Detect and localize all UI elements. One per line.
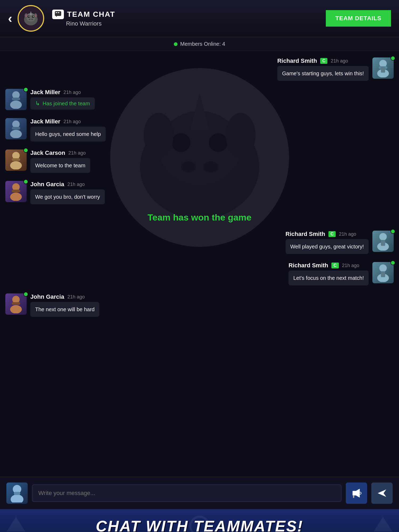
bubble-header: Jack Miller 21h ago xyxy=(30,89,95,96)
message-row: John Garcia 21h ago The next one will be… xyxy=(5,293,394,317)
online-dot xyxy=(23,87,28,92)
avatar xyxy=(372,262,394,283)
svg-point-54 xyxy=(11,494,23,502)
svg-marker-17 xyxy=(56,16,57,17)
avatar-wrap xyxy=(372,57,394,79)
megaphone-icon xyxy=(351,487,362,499)
header: ‹ xyxy=(0,0,399,37)
team-details-button[interactable]: TEAM DETAILS xyxy=(326,10,391,27)
message-row: John Garcia 21h ago We got you bro, don'… xyxy=(5,181,394,204)
svg-point-8 xyxy=(29,19,30,20)
join-icon: ↳ xyxy=(35,100,40,107)
online-dot xyxy=(23,179,28,184)
megaphone-button[interactable] xyxy=(346,483,367,504)
message-row: Richard Smith C 21h ago Game's starting … xyxy=(5,57,394,81)
message-time: 21h ago xyxy=(67,182,85,187)
my-avatar xyxy=(6,483,28,504)
bubble-header: John Garcia 21h ago xyxy=(30,293,99,300)
header-title-wrap: TEAM CHAT Rino Warriors xyxy=(52,10,326,27)
svg-point-38 xyxy=(12,152,20,159)
svg-rect-57 xyxy=(353,491,354,495)
bubble-wrap: Jack Miller 21h ago ↳ Has joined the tea… xyxy=(30,89,95,110)
join-text: Has joined the team xyxy=(43,101,90,107)
svg-rect-40 xyxy=(12,158,20,161)
captain-badge: C xyxy=(331,263,339,268)
message-text: Well played guys, great victory! xyxy=(286,239,369,254)
svg-marker-60 xyxy=(378,489,386,497)
message-text: Game's starting guys, lets win this! xyxy=(277,66,369,81)
team-name: Rino Warriors xyxy=(66,20,326,27)
avatar xyxy=(372,57,394,79)
svg-rect-16 xyxy=(58,12,59,13)
message-text: Hello guys, need some help xyxy=(30,127,106,142)
sender-name: Richard Smith xyxy=(286,231,325,238)
bubble-wrap: John Garcia 21h ago We got you bro, don'… xyxy=(30,181,105,204)
message-row: Jack Miller 21h ago ↳ Has joined the tea… xyxy=(5,89,394,110)
avatar-wrap xyxy=(372,262,394,283)
message-text: Welcome to the team xyxy=(30,158,90,173)
svg-rect-46 xyxy=(381,240,385,246)
avatar xyxy=(5,293,27,315)
bubble-header: Jack Carson 21h ago xyxy=(30,149,90,156)
svg-point-35 xyxy=(12,120,20,128)
sender-name: Jack Carson xyxy=(30,149,65,156)
svg-point-33 xyxy=(10,101,22,109)
svg-rect-31 xyxy=(381,67,385,73)
svg-rect-58 xyxy=(353,495,354,498)
svg-point-39 xyxy=(10,161,22,169)
chat-area: Richard Smith C 21h ago Game's starting … xyxy=(0,51,399,477)
svg-point-50 xyxy=(12,296,20,303)
svg-point-12 xyxy=(25,14,27,17)
svg-point-44 xyxy=(379,233,387,240)
avatar-wrap xyxy=(5,89,27,110)
captain-badge: C xyxy=(328,231,336,237)
captain-badge: C xyxy=(320,58,328,64)
bubble-wrap: Richard Smith C 21h ago Well played guys… xyxy=(286,231,369,254)
bubble-wrap: Richard Smith C 21h ago Game's starting … xyxy=(277,57,369,81)
online-dot xyxy=(390,260,395,265)
avatar xyxy=(5,181,27,202)
message-time: 21h ago xyxy=(64,119,81,124)
online-indicator xyxy=(174,42,178,46)
svg-point-7 xyxy=(33,16,34,17)
chat-label: TEAM CHAT xyxy=(52,10,326,19)
svg-rect-49 xyxy=(381,271,385,277)
message-row: Richard Smith C 21h ago Well played guys… xyxy=(5,231,394,254)
send-button[interactable] xyxy=(371,483,393,504)
online-dot xyxy=(23,148,28,153)
message-time: 21h ago xyxy=(64,90,81,95)
chat-bubble-icon xyxy=(52,10,64,19)
svg-point-51 xyxy=(10,305,22,313)
bubble-header: Richard Smith C 21h ago xyxy=(286,231,369,238)
bubble-wrap: Jack Carson 21h ago Welcome to the team xyxy=(30,149,90,173)
message-text: Let's focus on the next match! xyxy=(289,271,369,285)
svg-rect-37 xyxy=(12,127,20,130)
svg-rect-14 xyxy=(55,11,61,16)
message-time: 21h ago xyxy=(68,150,86,156)
avatar-wrap xyxy=(5,149,27,171)
svg-point-32 xyxy=(12,91,20,99)
sender-name: Richard Smith xyxy=(289,262,328,269)
message-time: 21h ago xyxy=(342,263,359,268)
avatar-wrap xyxy=(5,181,27,202)
message-input[interactable] xyxy=(32,484,342,502)
back-button[interactable]: ‹ xyxy=(8,12,12,25)
svg-rect-55 xyxy=(14,492,20,495)
sender-name: John Garcia xyxy=(30,293,64,300)
team-logo xyxy=(18,5,44,32)
sender-name: Jack Miller xyxy=(30,89,60,96)
footer-banner: CHAT WITH TEAMMATES! xyxy=(0,509,399,532)
message-time: 21h ago xyxy=(67,294,85,300)
message-row: Richard Smith C 21h ago Let's focus on t… xyxy=(5,262,394,285)
avatar xyxy=(5,89,27,110)
svg-rect-52 xyxy=(12,302,20,305)
svg-rect-34 xyxy=(12,98,20,100)
sender-name: John Garcia xyxy=(30,181,64,188)
svg-rect-43 xyxy=(12,190,20,192)
message-text: The next one will be hard xyxy=(30,302,99,317)
svg-point-36 xyxy=(10,130,22,138)
bubble-header: Richard Smith C 21h ago xyxy=(277,57,369,64)
message-text: We got you bro, don't worry xyxy=(30,189,105,204)
svg-point-42 xyxy=(10,193,22,201)
bubble-header: Richard Smith C 21h ago xyxy=(289,262,369,269)
